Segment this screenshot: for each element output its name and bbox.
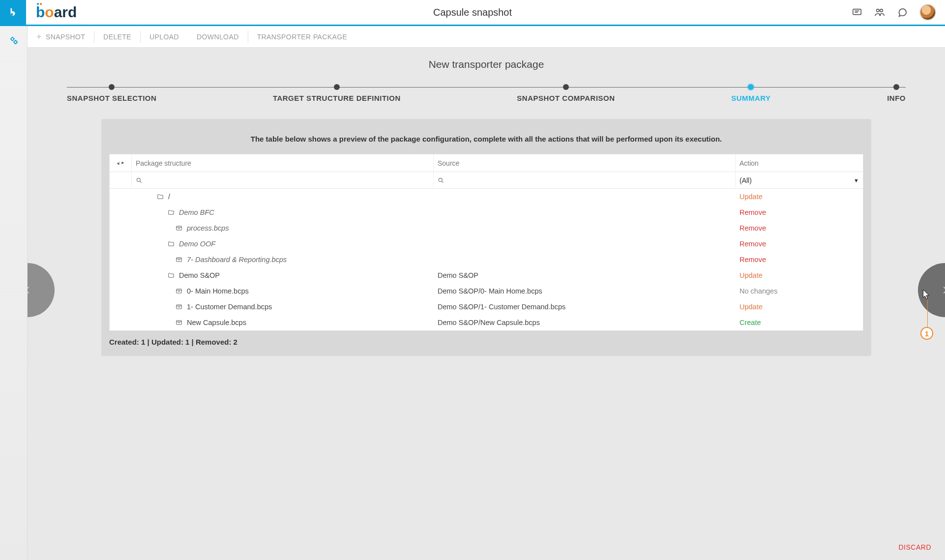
source-cell: Demo S&OP/0- Main Home.bcps xyxy=(433,283,735,299)
next-step-button[interactable] xyxy=(918,263,945,317)
chevron-down-icon: ▼ xyxy=(854,177,859,183)
app-logo-square[interactable] xyxy=(0,0,26,26)
row-name: / xyxy=(168,193,170,201)
step-snapshot-comparison[interactable]: SNAPSHOT COMPARISON xyxy=(517,84,615,102)
package-structure-cell: Demo OOF xyxy=(131,236,433,252)
gear-icon[interactable] xyxy=(8,35,19,46)
table-row[interactable]: 1- Customer Demand.bcpsDemo S&OP/1- Cust… xyxy=(110,299,863,315)
messages-icon[interactable] xyxy=(852,7,862,18)
row-name: New Capsule.bcps xyxy=(187,319,246,326)
avatar[interactable] xyxy=(919,4,936,21)
action-filter-value: (All) xyxy=(739,177,752,184)
source-cell: Demo S&OP xyxy=(433,267,735,283)
wizard-title: New transporter package xyxy=(41,59,931,70)
search-icon xyxy=(438,177,444,184)
upload-button[interactable]: UPLOAD xyxy=(141,26,188,47)
step-summary[interactable]: SUMMARY xyxy=(731,84,770,102)
svg-rect-23 xyxy=(177,321,182,324)
download-button[interactable]: DOWNLOAD xyxy=(188,26,248,47)
structure-search[interactable] xyxy=(131,172,433,188)
action-toolbar: + SNAPSHOT DELETE UPLOAD DOWNLOAD TRANSP… xyxy=(28,26,945,48)
svg-point-6 xyxy=(14,41,16,44)
action-cell: Remove xyxy=(735,236,863,252)
source-search[interactable] xyxy=(433,172,735,188)
row-name: Demo OOF xyxy=(179,240,215,248)
search-icon xyxy=(136,177,143,184)
table-filter-row: (All) ▼ xyxy=(110,172,863,189)
capsule-file-icon xyxy=(175,319,183,326)
chat-icon[interactable] xyxy=(897,7,908,18)
step-target-structure[interactable]: TARGET STRUCTURE DEFINITION xyxy=(273,84,401,102)
folder-icon xyxy=(156,193,164,200)
table-row[interactable]: Demo OOFRemove xyxy=(110,236,863,252)
sidebar xyxy=(0,26,28,560)
package-structure-cell: Demo S&OP xyxy=(131,267,433,283)
source-cell: Demo S&OP/New Capsule.bcps xyxy=(433,315,735,330)
chevron-right-icon xyxy=(940,285,945,295)
th-source: Source xyxy=(433,154,735,172)
delete-button[interactable]: DELETE xyxy=(94,26,140,47)
transporter-button[interactable]: TRANSPORTER PACKAGE xyxy=(248,26,356,47)
prev-step-button[interactable] xyxy=(28,263,55,317)
action-cell: Remove xyxy=(735,220,863,236)
snapshot-label: SNAPSHOT xyxy=(46,33,85,41)
svg-point-4 xyxy=(880,9,883,12)
topbar: board Capsule snapshot xyxy=(0,0,945,26)
table-row[interactable]: Demo S&OPDemo S&OPUpdate xyxy=(110,267,863,283)
svg-point-9 xyxy=(439,178,442,181)
discard-button[interactable]: DISCARD xyxy=(898,543,931,551)
row-name: 1- Customer Demand.bcps xyxy=(187,303,272,311)
step-info[interactable]: INFO xyxy=(887,84,906,102)
summary-counts: Created: 1 | Updated: 1 | Removed: 2 xyxy=(101,331,871,348)
package-structure-cell: New Capsule.bcps xyxy=(131,315,433,330)
action-cell: Update xyxy=(735,189,863,205)
table-header: Package structure Source Action xyxy=(110,154,863,172)
folder-icon xyxy=(167,272,175,279)
users-icon[interactable] xyxy=(874,7,885,18)
package-structure-cell: Demo BFC xyxy=(131,205,433,220)
capsule-file-icon xyxy=(175,225,183,232)
summary-description: The table below shows a preview of the p… xyxy=(101,132,871,154)
package-structure-cell: process.bcps xyxy=(131,220,433,236)
source-cell xyxy=(433,252,735,267)
summary-card: The table below shows a preview of the p… xyxy=(101,119,871,356)
row-name: 7- Dashboard & Reporting.bcps xyxy=(187,256,287,264)
step-snapshot-selection[interactable]: SNAPSHOT SELECTION xyxy=(67,84,156,102)
expand-header[interactable] xyxy=(110,154,131,172)
table-row[interactable]: process.bcpsRemove xyxy=(110,220,863,236)
capsule-file-icon xyxy=(175,288,183,295)
svg-point-7 xyxy=(137,178,140,181)
annotation-line xyxy=(927,299,928,328)
action-cell: No changes xyxy=(735,283,863,299)
stepper: SNAPSHOT SELECTION TARGET STRUCTURE DEFI… xyxy=(67,84,906,102)
folder-icon xyxy=(167,209,175,216)
svg-rect-0 xyxy=(853,9,861,15)
action-cell: Remove xyxy=(735,205,863,220)
plus-icon: + xyxy=(36,32,42,41)
table-row[interactable]: Demo BFCRemove xyxy=(110,205,863,220)
svg-line-8 xyxy=(140,181,142,182)
source-cell xyxy=(433,220,735,236)
annotation-badge: 1 xyxy=(920,327,933,340)
row-name: process.bcps xyxy=(187,224,229,232)
table-row[interactable]: 0- Main Home.bcpsDemo S&OP/0- Main Home.… xyxy=(110,283,863,299)
source-cell: Demo S&OP/1- Customer Demand.bcps xyxy=(433,299,735,315)
package-structure-cell: / xyxy=(131,189,433,205)
table-row[interactable]: /Update xyxy=(110,189,863,205)
source-cell xyxy=(433,189,735,205)
package-structure-cell: 1- Customer Demand.bcps xyxy=(131,299,433,315)
source-cell xyxy=(433,236,735,252)
table-row[interactable]: 7- Dashboard & Reporting.bcpsRemove xyxy=(110,252,863,267)
action-filter-dropdown[interactable]: (All) ▼ xyxy=(735,172,863,188)
snapshot-button[interactable]: + SNAPSHOT xyxy=(36,26,94,47)
th-structure: Package structure xyxy=(131,154,433,172)
table-row[interactable]: New Capsule.bcpsDemo S&OP/New Capsule.bc… xyxy=(110,315,863,330)
capsule-file-icon xyxy=(175,256,183,263)
svg-rect-20 xyxy=(177,305,182,309)
source-cell xyxy=(433,205,735,220)
board-b-icon xyxy=(8,7,19,18)
svg-rect-17 xyxy=(177,289,182,293)
svg-rect-14 xyxy=(177,258,182,262)
brand-logo: board xyxy=(36,4,77,21)
package-table: Package structure Source Action xyxy=(109,154,863,331)
